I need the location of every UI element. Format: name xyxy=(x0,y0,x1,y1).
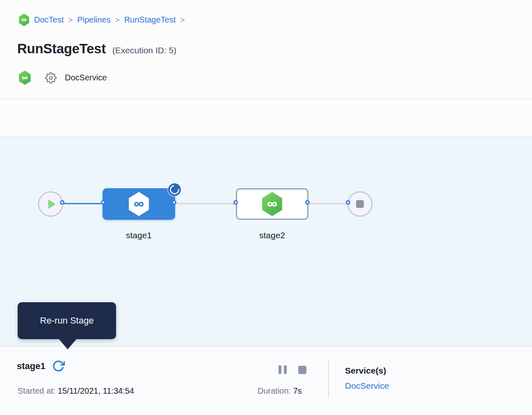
footer-stage-row: stage1 xyxy=(17,360,65,372)
connector-dot xyxy=(172,200,176,205)
pause-button[interactable] xyxy=(279,365,287,374)
play-icon xyxy=(48,200,55,209)
connector-dot xyxy=(305,200,310,205)
stop-button[interactable] xyxy=(298,366,306,374)
page-header: DocTest > Pipelines > RunStageTest > Run… xyxy=(0,0,532,99)
services-block: Service(s) DocService xyxy=(345,366,389,391)
service-name-label: DocService xyxy=(65,73,107,82)
duration-value: 7s xyxy=(291,386,302,395)
stage1-label: stage1 xyxy=(103,230,175,240)
stop-square-icon xyxy=(356,200,364,208)
edge-start-to-stage1 xyxy=(62,203,104,204)
breadcrumb: DocTest > Pipelines > RunStageTest > xyxy=(18,14,185,26)
footer-divider xyxy=(328,360,329,398)
breadcrumb-separator: > xyxy=(68,16,73,25)
service-link[interactable]: DocService xyxy=(345,381,389,391)
execution-controls xyxy=(279,365,306,374)
rerun-stage-tooltip: Re-run Stage xyxy=(18,302,116,339)
tab-bar: Pipeline Inputs xyxy=(0,99,532,137)
page-title-row: RunStageTest (Execution ID: 5) xyxy=(17,41,176,57)
connector-dot xyxy=(101,200,105,205)
pipeline-execution-page: DocTest > Pipelines > RunStageTest > Run… xyxy=(0,0,532,415)
breadcrumb-link-project[interactable]: DocTest xyxy=(34,15,64,25)
footer-stage-name: stage1 xyxy=(17,361,46,372)
started-at-row: Started at: 15/11/2021, 11:34:54 xyxy=(18,386,134,396)
harness-logo-icon xyxy=(18,14,30,26)
gear-icon xyxy=(45,72,57,84)
connector-dot xyxy=(346,200,350,205)
duration-label: Duration: xyxy=(258,386,291,395)
stage-node-stage2[interactable] xyxy=(236,188,308,220)
service-row: DocService xyxy=(18,71,107,85)
started-at-label: Started at: xyxy=(18,386,55,395)
execution-id-label: (Execution ID: 5) xyxy=(112,46,176,55)
stage-node-stage1[interactable] xyxy=(103,188,175,220)
end-node xyxy=(347,192,372,217)
stage2-harness-icon xyxy=(261,192,283,216)
rerun-stage-button[interactable] xyxy=(52,360,65,372)
start-node xyxy=(38,192,63,217)
stage-details-footer: stage1 Started at: 15/11/2021, 11:34:54 … xyxy=(0,346,532,415)
breadcrumb-separator: > xyxy=(180,16,185,25)
started-at-value: 15/11/2021, 11:34:54 xyxy=(55,386,134,395)
pipeline-canvas[interactable]: stage1 stage2 Re-run Stage xyxy=(0,137,532,346)
page-title: RunStageTest xyxy=(17,41,106,57)
breadcrumb-link-pipelines[interactable]: Pipelines xyxy=(77,15,110,25)
stage2-label: stage2 xyxy=(236,230,308,240)
tooltip-arrow xyxy=(58,338,77,349)
services-label: Service(s) xyxy=(345,366,389,376)
rerun-stage-tooltip-text: Re-run Stage xyxy=(40,315,94,326)
connector-dot xyxy=(60,200,64,205)
edge-stage1-to-stage2 xyxy=(175,203,237,204)
connector-dot xyxy=(233,200,238,205)
duration-row: Duration: 7s xyxy=(258,386,302,396)
stage1-running-spinner-icon xyxy=(168,183,181,196)
breadcrumb-separator: > xyxy=(115,16,120,25)
breadcrumb-link-pipeline-name[interactable]: RunStageTest xyxy=(124,15,176,25)
stage1-harness-icon xyxy=(128,192,150,216)
edge-stage2-to-end xyxy=(308,203,349,204)
harness-service-icon xyxy=(18,71,31,85)
